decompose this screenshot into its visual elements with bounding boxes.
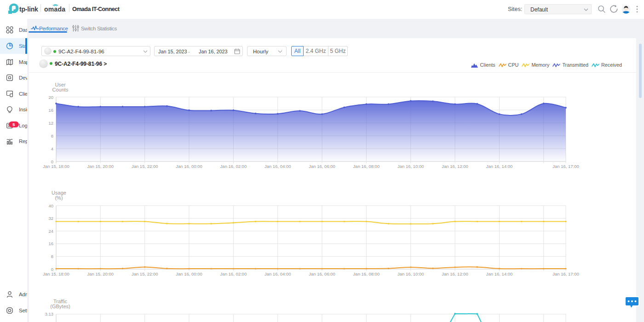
svg-text:Jan 15, 20:00: Jan 15, 20:00 [87,164,114,169]
svg-text:Jan 16, 10:00: Jan 16, 10:00 [397,164,424,169]
svg-text:0: 0 [51,267,53,272]
svg-text:Jan 16, 10:00: Jan 16, 10:00 [397,271,424,276]
svg-text:Jan 16, 00:00: Jan 16, 00:00 [176,271,202,276]
svg-text:Jan 16, 08:00: Jan 16, 08:00 [353,271,380,276]
svg-text:Jan 15, 18:00: Jan 15, 18:00 [43,164,69,169]
svg-text:(GBytes): (GBytes) [50,304,70,309]
svg-text:Jan 16, 02:00: Jan 16, 02:00 [220,271,247,276]
svg-text:32: 32 [48,216,53,221]
svg-text:8: 8 [51,133,53,138]
svg-text:8: 8 [51,254,53,259]
svg-text:Counts: Counts [52,87,69,92]
svg-text:4: 4 [51,146,53,151]
svg-text:Jan 16, 04:00: Jan 16, 04:00 [264,164,291,169]
svg-text:Jan 16, 14:00: Jan 16, 14:00 [486,271,513,276]
svg-text:Jan 16, 14:00: Jan 16, 14:00 [486,164,513,169]
svg-text:Jan 16, 04:00: Jan 16, 04:00 [264,271,291,276]
svg-text:Jan 16, 08:00: Jan 16, 08:00 [353,164,380,169]
svg-text:0: 0 [51,159,53,164]
svg-text:12: 12 [48,121,53,126]
svg-text:Jan 16, 06:00: Jan 16, 06:00 [309,271,335,276]
svg-text:Jan 16, 17:00: Jan 16, 17:00 [552,164,579,169]
svg-text:Jan 16, 12:00: Jan 16, 12:00 [442,164,468,169]
svg-text:Jan 15, 18:00: Jan 15, 18:00 [43,271,69,276]
svg-text:40: 40 [48,203,53,208]
svg-text:Jan 16, 17:00: Jan 16, 17:00 [552,271,579,276]
svg-text:Jan 16, 06:00: Jan 16, 06:00 [309,164,335,169]
svg-text:Jan 16, 12:00: Jan 16, 12:00 [442,271,468,276]
svg-text:3.13: 3.13 [45,311,54,316]
svg-text:Jan 15, 22:00: Jan 15, 22:00 [132,271,158,276]
svg-text:16: 16 [48,241,53,246]
svg-text:20: 20 [48,95,53,100]
svg-text:(%): (%) [55,195,63,201]
svg-text:Jan 15, 22:00: Jan 15, 22:00 [132,164,158,169]
svg-text:24: 24 [48,229,53,234]
svg-text:Jan 16, 00:00: Jan 16, 00:00 [176,164,202,169]
svg-text:16: 16 [48,108,53,113]
svg-text:Jan 16, 02:00: Jan 16, 02:00 [220,164,247,169]
svg-text:Jan 15, 20:00: Jan 15, 20:00 [87,271,114,276]
